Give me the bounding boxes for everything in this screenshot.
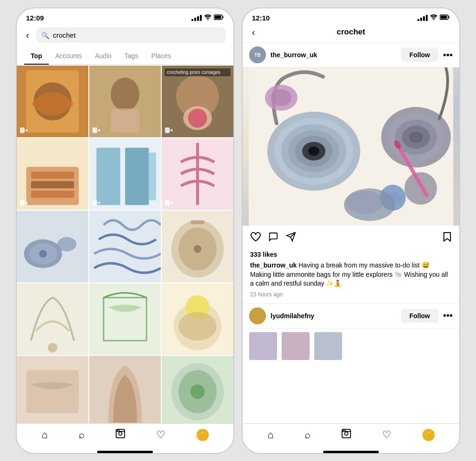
svg-rect-48 [89,283,161,355]
thumbnail-item[interactable] [282,332,310,360]
grid-item[interactable] [17,356,88,423]
like-button[interactable] [250,232,261,245]
time-right: 12:10 [252,14,270,22]
svg-marker-34 [170,201,172,204]
time-left: 12:09 [26,14,44,22]
wifi-icon-right [430,14,437,21]
search-header: ‹ 🔍 crochet Top Accounts Audio Tags Plac… [17,25,233,66]
grid-item[interactable] [17,138,88,210]
profile-nav-button-right[interactable]: 😊 [423,429,435,441]
bookmark-button[interactable] [443,231,452,245]
svg-point-44 [194,245,201,253]
back-button-left[interactable]: ‹ [24,28,31,42]
status-icons-left [192,14,224,21]
more-options-comment[interactable]: ••• [443,310,453,321]
svg-rect-24 [20,200,25,206]
grid-item[interactable] [162,283,233,355]
search-query: crochet [53,31,76,39]
profile-nav-button[interactable]: 😊 [197,429,209,441]
svg-rect-1 [215,16,221,19]
svg-rect-28 [125,148,149,205]
svg-point-38 [39,250,46,257]
signal-icon-right [417,15,428,21]
home-indicator-left [97,451,153,453]
grid-image-14 [89,356,161,423]
home-indicator-right [323,451,379,453]
share-button[interactable] [285,232,297,245]
grid-item[interactable] [162,356,233,423]
thumbnail-group [249,332,342,360]
svg-rect-27 [96,148,120,205]
grid-image-8 [89,211,161,282]
status-bar-left: 12:09 [17,8,233,25]
grid-item[interactable] [162,138,233,210]
tab-places[interactable]: Places [145,47,178,64]
grid-item[interactable] [89,356,161,423]
follow-button-top[interactable]: Follow [401,48,438,62]
grid-item[interactable] [17,66,88,137]
svg-marker-6 [25,129,27,132]
thumbnail-item[interactable] [314,332,342,360]
tab-audio[interactable]: Audio [88,47,118,64]
grid-item[interactable] [17,283,88,355]
likes-nav-button[interactable]: ♡ [156,429,165,441]
svg-point-92 [346,191,383,214]
svg-rect-22 [31,181,74,188]
bottom-nav-right: ⌂ ⌕ ♡ 😊 [243,423,459,449]
back-button-right[interactable]: ‹ [250,25,257,40]
svg-rect-30 [93,200,97,206]
tab-top[interactable]: Top [24,47,49,64]
post-likes: 333 likes [243,251,459,261]
thumbnail-item[interactable] [249,332,277,360]
search-grid: crocheting prom corsages [17,66,233,423]
comment-button[interactable] [268,232,279,245]
comment-user-row: lyudmilahefny Follow ••• [243,303,459,328]
right-phone: 12:10 [242,7,460,454]
post-image [243,67,459,226]
status-bar-right: 12:10 [243,8,459,25]
svg-point-16 [188,108,207,127]
video-icon-5 [92,199,100,207]
grid-image-12 [162,283,233,355]
bottom-nav-left: ⌂ ⌕ ♡ 😊 [17,423,233,449]
svg-marker-18 [170,129,172,132]
grid-item[interactable] [17,211,88,282]
grid-item[interactable]: crocheting prom corsages [162,66,233,137]
svg-point-78 [308,147,319,156]
svg-marker-25 [25,201,27,204]
svg-point-47 [48,343,58,353]
tab-tags[interactable]: Tags [118,47,145,64]
grid-image-15 [162,356,233,423]
reels-nav-button[interactable] [115,428,126,441]
svg-rect-9 [111,108,139,132]
svg-marker-31 [97,201,100,204]
signal-icon [192,15,202,21]
grid-item[interactable] [162,211,233,282]
svg-point-52 [178,312,217,341]
comment-avatar [249,307,266,324]
grid-item[interactable] [89,283,161,355]
svg-rect-11 [93,127,97,133]
home-nav-button[interactable]: ⌂ [41,429,47,441]
tab-accounts[interactable]: Accounts [49,47,89,64]
search-nav-button[interactable]: ⌕ [79,429,85,441]
search-nav-button-right[interactable]: ⌕ [304,429,311,441]
likes-nav-button-right[interactable]: ♡ [382,429,391,441]
svg-rect-21 [31,172,74,179]
video-icon-3 [165,126,173,134]
grid-item[interactable] [89,211,161,282]
home-nav-button-right[interactable]: ⌂ [267,429,273,441]
svg-rect-23 [31,191,74,198]
search-bar[interactable]: 🔍 crochet [36,27,226,43]
follow-button-comment[interactable]: Follow [401,309,438,323]
video-icon-4 [20,199,28,207]
svg-rect-17 [165,127,170,133]
more-options-top[interactable]: ••• [443,50,453,60]
grid-item[interactable] [89,66,161,137]
grid-item[interactable] [89,138,161,210]
grid-image-7 [17,211,88,282]
grid-image-13 [17,356,88,423]
reels-nav-button-right[interactable] [341,428,351,441]
svg-point-39 [57,237,76,251]
search-icon: 🔍 [41,32,49,39]
